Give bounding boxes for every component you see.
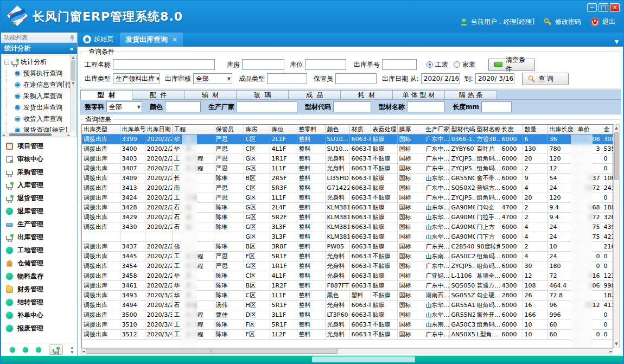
table-row[interactable]: 调拨出库34032020/2/25工 共工程严思G区1R1F整料光身料6063-… [82, 154, 613, 163]
column-header-材质[interactable]: 材质 [349, 125, 371, 134]
table-row[interactable]: 调拨出库34612020/2/28华 原…陈琳B区1R2F整料F887FT606… [82, 280, 613, 290]
outbound-type-select[interactable]: 生产领料出库▼ [113, 73, 160, 84]
column-header-型材代码[interactable]: 型材代码 [449, 125, 475, 134]
column-header-生产厂家[interactable]: 生产厂家 [424, 125, 449, 134]
profile-code-input[interactable] [333, 101, 371, 112]
column-header-型材名称[interactable]: 型材名称 [475, 125, 500, 134]
tree-item[interactable]: 发货出库查询 [7, 102, 76, 113]
table-row[interactable]: 调拨出库34302020/2/26石 城陈琳G区3L3F整料KLM3817606… [82, 222, 613, 232]
table-row[interactable]: 调拨出库34292020/2/26石 城陈琳G区5R2F整料KLM3817606… [82, 212, 613, 222]
sidebar-item-物料盘存[interactable]: 物料盘存 [1, 270, 77, 283]
collapse-icon[interactable]: « [69, 45, 74, 53]
column-header-数量[interactable]: 数量 [523, 125, 547, 134]
table-row[interactable]: 调拨出库35122020/3/4工 共工程陈琳F区1L2F整料光身料6063-T… [82, 329, 613, 339]
sidebar-item-补单中心[interactable]: 补单中心 [1, 309, 77, 322]
search-button[interactable]: 查 询 [522, 73, 569, 85]
whole-piece-select[interactable]: 全部▼ [106, 101, 142, 112]
subtab-隔热条[interactable]: 隔 热 条 [445, 90, 497, 100]
tree-expander-icon[interactable]: − [4, 60, 9, 65]
column-header-库房[interactable]: 库房 [244, 125, 270, 134]
column-header-保管员[interactable]: 保管员 [214, 125, 244, 134]
date-from-picker[interactable]: 2020/ 2/16▼ [421, 73, 460, 84]
tab-close-icon[interactable]: × [172, 36, 177, 43]
pin-icon[interactable] [70, 35, 74, 41]
sidebar-item-工地管理[interactable]: 工地管理 [1, 244, 77, 257]
subtab-耗材[interactable]: 耗 材 [341, 90, 393, 100]
column-header-颜色[interactable]: 颜色 [325, 125, 349, 134]
keeper-input[interactable] [335, 73, 377, 84]
table-row[interactable]: 调拨出库35002020/3/3工 共工程曹佳D区3L1F整料LT3P60606… [82, 310, 613, 320]
tree-item[interactable]: 收货入库查询 [7, 113, 76, 125]
project-name-input[interactable] [113, 59, 215, 70]
table-row[interactable]: 调拨出库34002020/2/25华 原…严思C区4L1F整料SU10…6063… [82, 144, 613, 154]
subtab-型材[interactable]: 型 材 [80, 90, 132, 100]
subtab-配件[interactable]: 配 件 [132, 90, 184, 100]
table-row[interactable]: 调拨出库34372020/2/27佛 …陈琳B区3R8F整料PW056063-T… [82, 241, 613, 251]
column-header-出库类型[interactable]: 出库类型 [82, 125, 120, 134]
tree-vertical-scrollbar[interactable]: ▲▼ [70, 55, 76, 132]
subtab-辅材[interactable]: 辅 材 [184, 90, 237, 100]
column-header-长度[interactable]: 长度 [500, 125, 523, 134]
product-type-input[interactable] [267, 73, 307, 84]
tab-active[interactable]: 发货出库查询 × [120, 33, 183, 47]
subtab-玻璃[interactable]: 玻 璃 [237, 90, 289, 100]
table-row[interactable]: 调拨出库34932020/3/2华 原…陈琳C区1L1F整料黑色塑料不贴膜国标湖… [82, 290, 613, 300]
collapsed-cart-button[interactable] [49, 344, 63, 355]
tree-item[interactable]: 在途信息查询[待 [7, 79, 76, 91]
minimize-button[interactable]: − [587, 3, 597, 12]
table-row[interactable]: 调拨出库34092020/2/25长 …陈琳B区2R5F整料LI35HD6063… [82, 173, 613, 183]
manufacturer-input[interactable] [237, 101, 297, 112]
column-header-金[interactable]: 金 [602, 125, 613, 134]
location-input[interactable] [305, 59, 346, 70]
table-row[interactable]: 调拨出库34942020/3/2石 辉城汤伟H区5R1F整料光身料6063-T5… [82, 300, 613, 310]
length-input[interactable] [481, 101, 512, 112]
sidebar-item-采购管理[interactable]: 采购管理 [1, 165, 77, 178]
collapsed-group-icon[interactable] [36, 347, 41, 353]
sidebar-item-出库管理[interactable]: 出库管理 [1, 231, 77, 244]
profile-name-input[interactable] [407, 101, 445, 112]
radio-jiazhuang[interactable]: 家装 [454, 60, 475, 69]
subtab-成品[interactable]: 成 品 [289, 90, 341, 100]
sidebar-item-仓储管理[interactable]: 仓储管理 [1, 257, 77, 270]
table-row[interactable]: 调拨出库33992020/2/25华 原…严思C区2L1F整料SU10…6063… [82, 134, 613, 144]
table-row[interactable]: 调拨出库34072020/2/25工 共工程严思G区1L1F整料光身料6063-… [82, 163, 613, 173]
column-header-出库日期[interactable]: 出库日期 [145, 125, 172, 134]
column-header-整零料[interactable]: 整零料 [297, 125, 325, 134]
column-header-库位[interactable]: 库位 [270, 125, 297, 134]
column-header-出库长度[interactable]: 出库长度 [547, 125, 576, 134]
order-no-input[interactable] [382, 59, 417, 70]
column-header-工程[interactable]: 工程 [172, 125, 214, 134]
tree-item[interactable]: 预算执行查询 [7, 68, 76, 79]
table-horizontal-scrollbar[interactable]: ◄► [81, 348, 613, 354]
change-password-link[interactable]: 修改密码 [544, 17, 581, 27]
maximize-button[interactable]: □ [598, 3, 608, 12]
sidebar-section-header[interactable]: 统计分析 « [1, 43, 77, 54]
column-header-膜厚[interactable]: 膜厚 [397, 125, 424, 134]
table-row[interactable]: 调拨出库34542020/2/28工 共工程严思G区1R1F整料光身料6063-… [82, 261, 613, 271]
table-row[interactable]: 调拨出库35102020/3/4工 共工程陈琳F区5R1F整料光身料6063-T… [82, 320, 613, 329]
tab-home[interactable]: 起始页 [78, 35, 120, 47]
table-row[interactable]: G区3L3F整料KLM38176063-T5贴膜国标山东华…GA90M09.门下… [82, 232, 613, 241]
table-row[interactable]: 调拨出库34452020/2/27工 共工程严思F区5R1F整料光身料6063-… [82, 251, 613, 261]
sidebar-item-退货管理[interactable]: 退货管理 [1, 191, 77, 205]
table-row[interactable]: 调拨出库34132020/2/26南 …严思C区5R3F整料G714226063… [82, 183, 613, 193]
sidebar-item-审核中心[interactable]: 审核中心 [1, 152, 77, 165]
logout-button[interactable]: 退出 [590, 17, 615, 27]
sidebar-item-生产管理[interactable]: 生产管理 [1, 218, 77, 231]
color-input[interactable] [165, 101, 201, 112]
sidebar-item-报废管理[interactable]: 报废管理 [1, 322, 77, 335]
sidebar-item-结转管理[interactable]: 结转管理 [1, 296, 77, 309]
sidebar-item-项目管理[interactable]: 项目管理 [1, 139, 77, 152]
table-row[interactable]: 调拨出库34242020/2/26工 工程严思G区1L1F整料光身料6063-T… [82, 193, 613, 202]
warehouse-input[interactable] [242, 59, 284, 70]
collapsed-group-icon[interactable] [23, 347, 28, 353]
tree-horizontal-scrollbar[interactable]: ◄► [2, 132, 70, 137]
tree-root-node[interactable]: − 统计分析 [3, 56, 76, 68]
tree-item[interactable]: 采购入库查询 [7, 91, 76, 102]
collapsed-group-icon[interactable] [10, 347, 15, 353]
overflow-chevron[interactable]: »▾ [71, 346, 74, 354]
radio-gongzhuang[interactable]: 工装 [426, 60, 448, 69]
sidebar-item-退库管理[interactable]: 退库管理 [1, 205, 77, 218]
table-row[interactable]: 调拨出库34282020/2/26石 城陈琳G区2L4F整料KLM3817606… [82, 202, 613, 212]
audit-select[interactable]: 全部▼ [193, 73, 232, 84]
